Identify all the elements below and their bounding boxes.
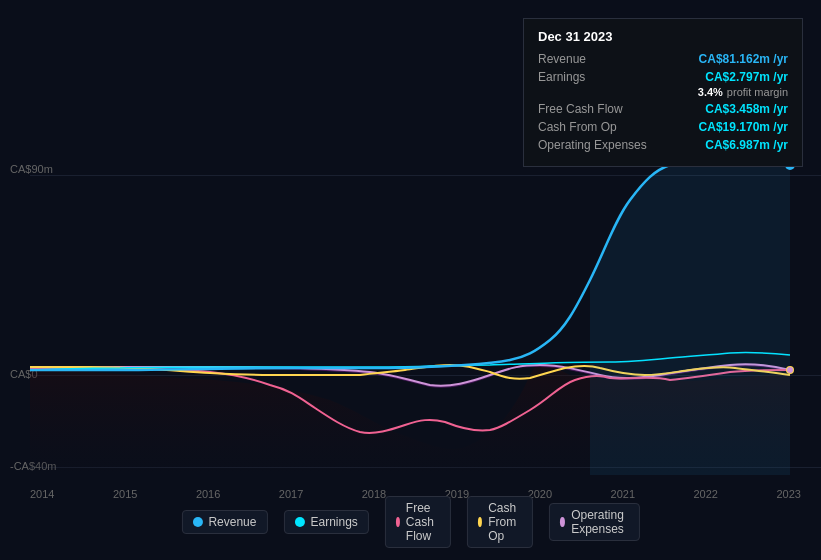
legend-dot-earnings — [294, 517, 304, 527]
legend-label-cashop: Cash From Op — [488, 501, 522, 543]
tooltip-label-cashop: Cash From Op — [538, 120, 617, 134]
legend-dot-revenue — [192, 517, 202, 527]
tooltip-row-revenue: Revenue CA$81.162m /yr — [538, 52, 788, 66]
tooltip-row-cashop: Cash From Op CA$19.170m /yr — [538, 120, 788, 134]
tooltip-margin-pct: 3.4% — [698, 86, 723, 98]
tooltip-margin-label: profit margin — [727, 86, 788, 98]
tooltip-label-earnings: Earnings — [538, 70, 585, 84]
legend-label-earnings: Earnings — [310, 515, 357, 529]
tooltip-value-earnings: CA$2.797m /yr — [705, 70, 788, 84]
legend-dot-fcf — [396, 517, 400, 527]
legend-earnings[interactable]: Earnings — [283, 510, 368, 534]
tooltip-label-opex: Operating Expenses — [538, 138, 647, 152]
tooltip-panel: Dec 31 2023 Revenue CA$81.162m /yr Earni… — [523, 18, 803, 167]
tooltip-label-revenue: Revenue — [538, 52, 586, 66]
legend-label-fcf: Free Cash Flow — [406, 501, 440, 543]
legend-label-opex: Operating Expenses — [571, 508, 628, 536]
legend-fcf[interactable]: Free Cash Flow — [385, 496, 451, 548]
x-label-2022: 2022 — [694, 488, 718, 500]
x-label-2023: 2023 — [776, 488, 800, 500]
legend-label-revenue: Revenue — [208, 515, 256, 529]
legend-cashop[interactable]: Cash From Op — [467, 496, 533, 548]
svg-point-2 — [787, 367, 793, 373]
tooltip-value-fcf: CA$3.458m /yr — [705, 102, 788, 116]
legend-opex[interactable]: Operating Expenses — [549, 503, 640, 541]
tooltip-value-cashop: CA$19.170m /yr — [699, 120, 788, 134]
tooltip-value-opex: CA$6.987m /yr — [705, 138, 788, 152]
chart-svg — [30, 160, 821, 475]
tooltip-value-revenue: CA$81.162m /yr — [699, 52, 788, 66]
tooltip-row-opex: Operating Expenses CA$6.987m /yr — [538, 138, 788, 152]
tooltip-margin-row: 3.4% profit margin — [538, 86, 788, 98]
legend-dot-opex — [560, 517, 565, 527]
legend-revenue[interactable]: Revenue — [181, 510, 267, 534]
tooltip-date: Dec 31 2023 — [538, 29, 788, 44]
x-label-2015: 2015 — [113, 488, 137, 500]
tooltip-label-fcf: Free Cash Flow — [538, 102, 623, 116]
legend: Revenue Earnings Free Cash Flow Cash Fro… — [181, 496, 639, 548]
chart-area: CA$90m CA$0 -CA$40m 2014 — [0, 0, 821, 560]
legend-dot-cashop — [478, 517, 482, 527]
tooltip-row-fcf: Free Cash Flow CA$3.458m /yr — [538, 102, 788, 116]
x-label-2014: 2014 — [30, 488, 54, 500]
tooltip-row-earnings: Earnings CA$2.797m /yr — [538, 70, 788, 84]
